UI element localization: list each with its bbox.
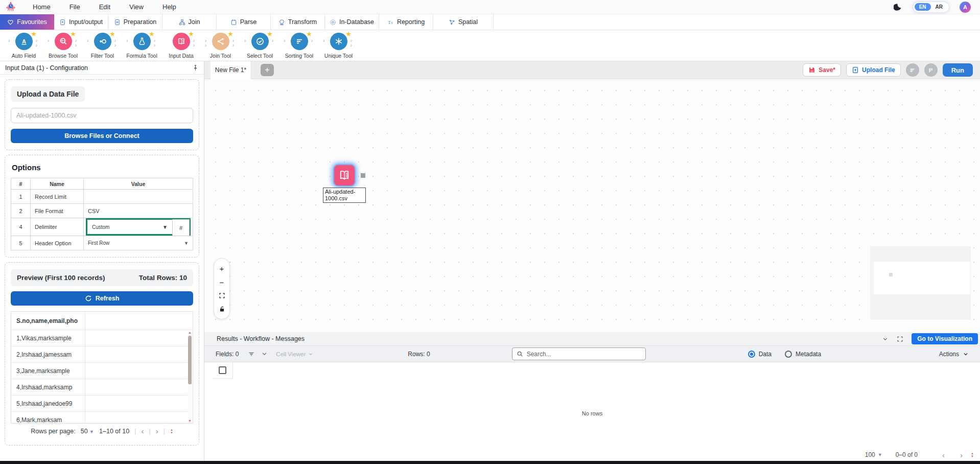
actions-dropdown[interactable]: Actions [939,351,969,358]
tool-join[interactable]: ›› ›› ★ Join Tool [201,30,240,61]
favourite-star-icon[interactable]: ★ [227,30,234,38]
canvas-grid[interactable]: Ali-updated-1000.csv + − [204,79,980,332]
input-data-node[interactable] [333,164,356,187]
page-spinner[interactable]: ▲▼ [170,428,173,434]
results-header: Results - Workflow - Messages Go to Visu… [204,332,980,346]
collapse-chevron-icon[interactable] [882,336,889,342]
file-name-input[interactable] [11,108,193,123]
save-button[interactable]: Save* [803,63,841,77]
preview-row[interactable]: 2,Irshaad,jamessam [11,346,193,363]
results-pagination: 100 ▼ 0–0 of 0 ‹ › ▲▼ [204,449,980,461]
tool-sorting[interactable]: › › ★ Sorting Tool [279,30,319,61]
preview-row[interactable]: 4,Irshaad,marksamp [11,379,193,396]
header-option-dropdown[interactable]: First Row ▼ [88,240,189,246]
delimiter-dropdown[interactable]: Custom ▼ [87,220,172,234]
tab-parse[interactable]: Parse [217,14,271,30]
tab-reporting[interactable]: TT Reporting [379,14,433,30]
refresh-button[interactable]: Refresh [11,291,193,306]
preview-scrollbar[interactable]: ▲ ▼ [188,331,192,423]
tab-join[interactable]: Join [162,14,217,30]
favourite-star-icon[interactable]: ★ [345,30,352,38]
go-to-visualization-button[interactable]: Go to Visualization [912,333,978,344]
lock-button[interactable] [219,306,225,312]
tool-input-data[interactable]: ›› ★ Input Data [161,30,201,61]
tab-spatial[interactable]: Spatial [433,14,494,30]
upload-file-button[interactable]: Upload File [846,63,901,77]
menu-file[interactable]: File [69,3,80,11]
tab-input-output[interactable]: Input/output [54,14,108,30]
select-all-checkbox[interactable] [219,366,226,374]
run-button[interactable]: Run [943,63,973,77]
search-input[interactable] [527,351,641,358]
preview-row[interactable]: 1,Vikas,marksample [11,330,193,346]
radio-metadata[interactable]: Metadata [785,351,821,358]
row-num: 2 [11,204,31,218]
cell-viewer-dropdown[interactable]: Cell Viewer [276,351,313,357]
radio-data[interactable]: Data [748,351,772,358]
chevron-down-icon [308,352,313,357]
tool-auto-field[interactable]: › ›› A ★ Auto Field [4,30,43,61]
tool-filter[interactable]: › ›› ★ Filter Tool [83,30,122,61]
chevron-down-icon[interactable] [261,351,268,357]
node-output-port[interactable] [361,173,365,178]
custom-delimiter-input[interactable]: # [172,219,190,236]
scrollbar-thumb[interactable] [188,336,192,384]
next-page-button[interactable]: › [156,427,158,435]
favourite-star-icon[interactable]: ★ [188,30,194,38]
tab-favourites[interactable]: Favourites [0,14,54,30]
favourite-star-icon[interactable]: ★ [70,30,76,38]
next-page-button[interactable]: › [960,451,963,459]
filter-icon[interactable] [248,351,255,358]
preview-row[interactable]: 6,Mark,marksam [11,412,193,424]
prev-page-button[interactable]: ‹ [141,427,144,435]
tool-unique[interactable]: › ›› ★ Unique Tool [319,30,358,61]
page-size-select[interactable]: 100 ▼ [865,451,882,458]
favourite-star-icon[interactable]: ★ [31,30,37,38]
tab-in-database[interactable]: In-Database [325,14,379,30]
text-tt-icon: TT [387,19,394,26]
rows-per-page-select[interactable]: 50 ▼ [81,428,94,435]
file-format-value[interactable]: CSV [84,204,193,218]
page-spinner[interactable]: ▲▼ [971,452,974,458]
options-table: # Name Value 1 Record Limit 2 File Forma… [11,178,193,250]
fit-view-button[interactable] [219,292,225,299]
add-workflow-button[interactable]: + [261,64,274,76]
favourite-star-icon[interactable]: ★ [306,30,312,38]
menu-home[interactable]: Home [33,3,51,11]
menu-edit[interactable]: Edit [99,3,110,11]
scroll-up-icon[interactable]: ▲ [188,331,192,334]
lang-ar-button[interactable]: AR [931,3,947,11]
dark-mode-moon-icon[interactable] [894,3,902,11]
preview-row[interactable]: 3,Jane,marksample [11,363,193,379]
results-title: Results - Workflow - Messages [217,335,305,342]
align-vertical-button[interactable] [924,63,938,77]
zoom-out-button[interactable]: − [220,279,224,286]
zoom-in-button[interactable]: + [220,265,224,272]
bottom-bar [0,461,980,464]
browse-files-button[interactable]: Browse Files or Connect [11,129,193,143]
scroll-down-icon[interactable]: ▼ [188,419,192,423]
tool-formula[interactable]: › ›› ★ Formula Tool [122,30,161,61]
tab-preparation[interactable]: P Preparation [108,14,162,30]
minimap-viewport[interactable] [874,262,970,294]
preview-row[interactable]: 5,Irshaad,janedoe99 [11,396,193,412]
favourite-star-icon[interactable]: ★ [109,30,115,38]
menu-help[interactable]: Help [162,3,176,11]
prev-page-button[interactable]: ‹ [942,451,945,459]
tool-browse[interactable]: › ›› ★ Browse Tool [43,30,83,61]
row-name: Delimiter [31,218,84,236]
tool-select[interactable]: › › ★ Select Tool [240,30,279,61]
menu-view[interactable]: View [129,3,144,11]
connector-left: › [87,38,88,43]
favourite-star-icon[interactable]: ★ [267,30,273,38]
expand-icon[interactable] [897,336,903,342]
tab-transform[interactable]: Transform [271,14,325,30]
record-limit-value[interactable] [84,190,193,204]
pin-icon[interactable] [192,64,199,71]
lang-en-button[interactable]: EN [915,3,931,11]
canvas-minimap[interactable] [870,246,971,320]
favourite-star-icon[interactable]: ★ [149,30,155,38]
align-horizontal-button[interactable] [906,63,919,77]
workflow-file-tab[interactable]: New File 1* [211,61,251,79]
avatar[interactable]: A [960,2,971,13]
